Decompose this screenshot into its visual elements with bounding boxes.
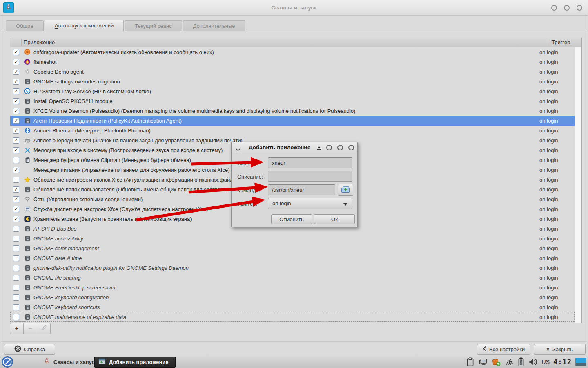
application-label: flameshot bbox=[33, 59, 539, 65]
edit-button[interactable] bbox=[37, 323, 51, 334]
list-item[interactable]: ✓Geoclue Demo agenton login bbox=[10, 67, 575, 76]
chevron-down-icon[interactable] bbox=[236, 146, 241, 153]
checkbox-unchecked[interactable] bbox=[13, 157, 19, 163]
column-trigger[interactable]: Триггер bbox=[552, 38, 570, 47]
flameshot-tray-icon[interactable] bbox=[505, 358, 514, 366]
titlebar[interactable]: Сеансы и запуск bbox=[0, 0, 588, 16]
checkbox-unchecked[interactable] bbox=[13, 304, 19, 310]
applications-menu-button[interactable] bbox=[1, 356, 13, 368]
application-label: GNOME color management bbox=[33, 245, 539, 251]
generic-app-icon bbox=[24, 108, 31, 114]
tab-3[interactable]: Дополнительные bbox=[183, 20, 245, 31]
checkbox-unchecked[interactable] bbox=[13, 245, 19, 251]
checkbox-checked[interactable]: ✓ bbox=[13, 167, 19, 173]
list-item[interactable]: GNOME file sharingon login bbox=[10, 273, 575, 283]
checkbox-checked[interactable]: ✓ bbox=[13, 147, 19, 153]
list-item[interactable]: gnome-disk-utility notification plugin f… bbox=[10, 263, 575, 273]
checkbox-unchecked[interactable] bbox=[13, 255, 19, 261]
eject-icon[interactable] bbox=[316, 145, 322, 153]
all-settings-label: Все настройки bbox=[489, 346, 525, 352]
workspace-pager-icon[interactable] bbox=[575, 358, 586, 366]
ok-button[interactable]: Ок bbox=[314, 214, 355, 224]
checkbox-unchecked[interactable] bbox=[13, 314, 19, 320]
list-item[interactable]: ✓GNOME settings overrides migrationon lo… bbox=[10, 76, 575, 86]
cancel-button[interactable]: Отменить bbox=[271, 214, 312, 224]
tab-1[interactable]: Автозапуск приложений bbox=[45, 20, 124, 31]
checkbox-checked[interactable]: ✓ bbox=[13, 79, 19, 85]
list-item[interactable]: GNOME accessibilityon login bbox=[10, 233, 575, 243]
checkbox-checked[interactable]: ✓ bbox=[13, 137, 19, 144]
all-settings-button[interactable]: Все настройки bbox=[477, 344, 530, 355]
maximize-icon[interactable] bbox=[564, 5, 570, 11]
tab-0[interactable]: Общие bbox=[6, 20, 44, 31]
dialog-close-icon[interactable] bbox=[348, 145, 354, 150]
list-item[interactable]: ✓Агент Проверки Подлинности (PolicyKit A… bbox=[10, 116, 575, 126]
checkbox-checked[interactable]: ✓ bbox=[13, 59, 19, 65]
list-item[interactable]: ✓XFCE Volume Daemon (Pulseaudio) (Daemon… bbox=[10, 106, 575, 116]
checkbox-unchecked[interactable] bbox=[13, 294, 19, 301]
checkbox-checked[interactable]: ✓ bbox=[13, 128, 19, 134]
list-item[interactable]: GNOME keyboard configurationon login bbox=[10, 292, 575, 302]
list-item[interactable]: GNOME FreeDesktop screensaveron login bbox=[10, 283, 575, 292]
list-item[interactable]: GNOME keyboard shortcutson login bbox=[10, 302, 575, 312]
taskbar-item-add-application[interactable]: Добавить приложение bbox=[94, 357, 176, 368]
checkbox-checked[interactable]: ✓ bbox=[13, 69, 19, 75]
checkbox-checked[interactable]: ✓ bbox=[13, 88, 19, 94]
checkbox-unchecked[interactable] bbox=[13, 177, 19, 183]
close-icon[interactable] bbox=[577, 5, 582, 11]
checkbox-unchecked[interactable] bbox=[13, 226, 19, 232]
checkbox-unchecked[interactable] bbox=[13, 236, 19, 242]
dialog-titlebar[interactable]: Добавить приложение bbox=[232, 142, 357, 153]
tab-2[interactable]: Текущий сеанс bbox=[125, 20, 182, 31]
list-item[interactable]: ✓Install OpenSC PKCS#11 moduleon login bbox=[10, 96, 575, 106]
remove-button[interactable]: − bbox=[23, 323, 37, 334]
trigger-value: on login bbox=[539, 285, 575, 291]
dialog-maximize-icon[interactable] bbox=[337, 145, 343, 150]
keyboard-layout-indicator[interactable]: US bbox=[542, 359, 550, 365]
checkbox-checked[interactable]: ✓ bbox=[13, 216, 19, 222]
checkbox-checked[interactable]: ✓ bbox=[13, 49, 19, 55]
volume-icon[interactable] bbox=[528, 357, 538, 366]
minimize-icon[interactable] bbox=[551, 5, 557, 11]
taskbar-item-sessions[interactable]: Сеансы и запуск bbox=[40, 356, 100, 368]
list-item[interactable]: GNOME color managementon login bbox=[10, 243, 575, 253]
list-item[interactable]: ✓Апплет Blueman (Менеджер Bluetooth Blue… bbox=[10, 126, 575, 135]
checkbox-checked[interactable]: ✓ bbox=[13, 118, 19, 124]
description-field[interactable] bbox=[268, 171, 352, 182]
generic-app-icon bbox=[24, 285, 31, 291]
file-chooser-button[interactable] bbox=[338, 184, 353, 196]
trigger-dropdown[interactable]: on login bbox=[268, 198, 352, 209]
dnfdragora-tray-icon[interactable] bbox=[492, 357, 501, 367]
trigger-value: on login bbox=[539, 137, 575, 144]
application-label: XFCE Volume Daemon (Pulseaudio) (Daemon … bbox=[33, 108, 539, 114]
close-button[interactable]: × Закрыть bbox=[534, 344, 586, 355]
vertical-scrollbar[interactable] bbox=[575, 47, 581, 323]
checkbox-checked[interactable]: ✓ bbox=[13, 98, 19, 104]
column-application[interactable]: Приложение bbox=[24, 38, 55, 47]
name-field[interactable] bbox=[268, 157, 352, 168]
checkbox-unchecked[interactable] bbox=[13, 285, 19, 291]
help-button[interactable]: Справка bbox=[4, 344, 55, 355]
list-item[interactable]: ✓flameshoton login bbox=[10, 57, 575, 67]
add-button[interactable]: + bbox=[10, 323, 24, 334]
network-icon[interactable] bbox=[478, 357, 488, 366]
checkbox-unchecked[interactable] bbox=[13, 265, 19, 271]
list-item[interactable]: GNOME maintenance of expirable dataon lo… bbox=[10, 312, 575, 322]
battery-icon[interactable] bbox=[518, 357, 524, 367]
list-item[interactable]: GNOME date & timeon login bbox=[10, 253, 575, 263]
command-field[interactable] bbox=[268, 184, 335, 195]
clock[interactable]: 4:12 bbox=[553, 358, 572, 366]
trigger-value: on login bbox=[539, 206, 575, 212]
checkbox-checked[interactable]: ✓ bbox=[13, 196, 19, 202]
list-header[interactable]: Приложение Триггер bbox=[10, 38, 581, 47]
checkbox-unchecked[interactable] bbox=[13, 275, 19, 281]
dialog-minimize-icon[interactable] bbox=[326, 145, 332, 150]
list-item[interactable]: ✓hpHP System Tray Service (HP в системно… bbox=[10, 86, 575, 96]
clipboard-tray-icon[interactable] bbox=[466, 357, 474, 367]
application-label: Geoclue Demo agent bbox=[33, 69, 539, 75]
checkbox-checked[interactable]: ✓ bbox=[13, 186, 19, 193]
checkbox-checked[interactable]: ✓ bbox=[13, 206, 19, 212]
application-label: gnome-disk-utility notification plugin f… bbox=[33, 265, 539, 271]
checkbox-checked[interactable]: ✓ bbox=[13, 108, 19, 114]
list-item[interactable]: ✓dnfdragora-updater (Автоматически искат… bbox=[10, 47, 575, 57]
